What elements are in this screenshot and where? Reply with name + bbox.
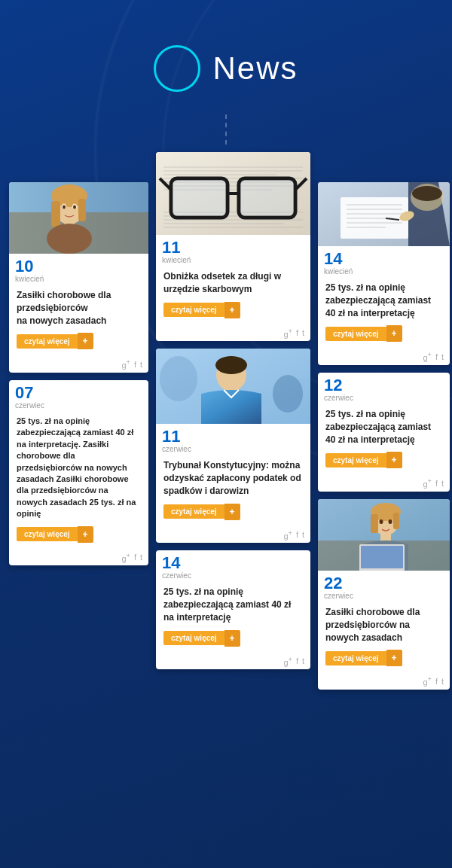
facebook-icon[interactable]: f (435, 677, 438, 686)
card-7-title: 25 tys. zł na opinię zabezpieczającą zam… (163, 586, 303, 623)
card-1-date: 10 kwiecień (9, 254, 148, 285)
card-4-body: 25 tys. zł na opinię zabezpieczającą zam… (9, 411, 148, 549)
google-plus-icon[interactable]: g+ (283, 529, 292, 541)
svg-point-35 (160, 356, 197, 401)
connector-line (225, 114, 227, 145)
card-5-date: 11 czerwiec (156, 424, 310, 455)
card-4: 07 czerwiec 25 tys. zł na opinię zabezpi… (9, 380, 148, 565)
card-6-title: 25 tys. zł na opinię zabezpieczającą zam… (325, 408, 442, 446)
facebook-icon[interactable]: f (134, 360, 136, 369)
card-1: 10 kwiecień Zasiłki chorobowe dla przeds… (9, 182, 148, 373)
twitter-icon[interactable]: t (302, 530, 304, 539)
right-column: 14 kwiecień 25 tys. zł na opinię zabezpi… (318, 152, 450, 690)
facebook-icon[interactable]: f (296, 530, 298, 539)
facebook-icon[interactable]: f (296, 328, 298, 337)
card-3-date: 14 kwiecień (318, 246, 450, 277)
svg-point-10 (63, 206, 66, 209)
google-plus-icon[interactable]: g+ (121, 552, 130, 563)
middle-column: 11 kwiecień Obniżka odsetek za długi w u… (156, 152, 310, 669)
card-6-date: 12 czerwiec (318, 373, 450, 404)
page-title: News (212, 50, 298, 87)
twitter-icon[interactable]: t (140, 553, 142, 562)
facebook-icon[interactable]: f (296, 656, 298, 665)
twitter-icon[interactable]: t (441, 479, 444, 488)
card-7-read-more[interactable]: czytaj więcej + (163, 630, 240, 647)
svg-rect-5 (78, 199, 86, 221)
facebook-icon[interactable]: f (134, 553, 136, 562)
card-2-body: Obniżka odsetek za długi w urzędzie skar… (156, 266, 310, 324)
facebook-icon[interactable]: f (435, 352, 438, 361)
card-8-body: Zasiłki chorobowe dla przedsiębiorców na… (318, 602, 450, 672)
svg-rect-31 (240, 180, 294, 216)
svg-point-34 (215, 356, 247, 374)
header-section: News (0, 0, 452, 114)
card-7-body: 25 tys. zł na opinię zabezpieczającą zam… (156, 581, 310, 652)
card-7: 14 czerwiec 25 tys. zł na opinię zabezpi… (156, 550, 310, 669)
card-4-date: 07 czerwiec (9, 380, 148, 411)
card-8-socials: g+ f t (318, 672, 450, 690)
card-8-title: Zasiłki chorobowe dla przedsiębiorców na… (325, 606, 442, 644)
google-plus-icon[interactable]: g+ (423, 477, 431, 489)
card-4-socials: g+ f t (9, 549, 148, 566)
twitter-icon[interactable]: t (302, 656, 304, 665)
card-5: 11 czerwiec Trybunał Konstytucyjny: możn… (156, 349, 310, 543)
facebook-icon[interactable]: f (435, 479, 438, 488)
twitter-icon[interactable]: t (140, 360, 142, 369)
card-3-body: 25 tys. zł na opinię zabezpieczającą zam… (318, 277, 450, 348)
card-2-photo (156, 152, 310, 235)
card-8-photo (318, 499, 450, 571)
google-plus-icon[interactable]: g+ (283, 656, 292, 667)
svg-point-59 (389, 519, 392, 524)
card-1-socials: g+ f t (9, 355, 148, 373)
card-2-title: Obniżka odsetek za długi w urzędzie skar… (163, 270, 303, 296)
card-1-title: Zasiłki chorobowe dla przedsiębiorcówna … (17, 289, 141, 327)
card-8-date: 22 czerwiec (318, 571, 450, 602)
twitter-icon[interactable]: t (302, 328, 304, 337)
card-2-read-more[interactable]: czytaj więcej + (163, 302, 240, 318)
card-1-body: Zasiłki chorobowe dla przedsiębiorcówna … (9, 285, 148, 355)
card-6: 12 czerwiec 25 tys. zł na opinię zabezpi… (318, 373, 450, 492)
card-5-title: Trybunał Konstytucyjny: można odzyskać z… (163, 459, 303, 497)
left-column: 10 kwiecień Zasiłki chorobowe dla przeds… (9, 152, 148, 565)
svg-point-7 (47, 224, 92, 254)
card-2-socials: g+ f t (156, 324, 310, 342)
card-7-date: 14 czerwiec (156, 550, 310, 581)
header-logo-circle (154, 45, 200, 92)
card-3-photo (318, 182, 450, 246)
card-3-read-more[interactable]: czytaj więcej + (325, 325, 402, 342)
card-6-body: 25 tys. zł na opinię zabezpieczającą zam… (318, 404, 450, 474)
twitter-icon[interactable]: t (441, 352, 444, 361)
google-plus-icon[interactable]: g+ (283, 327, 292, 339)
svg-rect-57 (361, 546, 403, 568)
card-6-read-more[interactable]: czytaj więcej + (325, 452, 402, 468)
card-8-read-more[interactable]: czytaj więcej + (325, 650, 402, 666)
card-5-socials: g+ f t (156, 526, 310, 544)
svg-point-58 (380, 519, 383, 524)
card-3-socials: g+ f t (318, 348, 450, 365)
svg-point-48 (412, 186, 442, 201)
svg-point-36 (273, 375, 303, 413)
card-5-photo (156, 349, 310, 424)
card-3: 14 kwiecień 25 tys. zł na opinię zabezpi… (318, 182, 450, 365)
card-4-title: 25 tys. zł na opinię zabezpieczającą zam… (17, 416, 141, 520)
google-plus-icon[interactable]: g+ (423, 351, 431, 362)
card-3-title: 25 tys. zł na opinię zabezpieczającą zam… (325, 282, 442, 319)
card-1-read-more[interactable]: czytaj więcej + (17, 333, 93, 349)
card-8: 22 czerwiec Zasiłki chorobowe dla przeds… (318, 499, 450, 690)
google-plus-icon[interactable]: g+ (423, 675, 431, 687)
card-2-date: 11 kwiecień (156, 235, 310, 266)
card-1-photo (9, 182, 148, 254)
svg-rect-4 (51, 201, 60, 227)
card-5-read-more[interactable]: czytaj więcej + (163, 504, 240, 520)
card-7-socials: g+ f t (156, 653, 310, 670)
card-6-socials: g+ f t (318, 474, 450, 492)
svg-rect-53 (371, 514, 378, 533)
card-2: 11 kwiecień Obniżka odsetek za długi w u… (156, 152, 310, 341)
google-plus-icon[interactable]: g+ (121, 358, 130, 370)
card-4-read-more[interactable]: czytaj więcej + (17, 526, 93, 543)
svg-point-11 (73, 206, 76, 209)
card-5-body: Trybunał Konstytucyjny: można odzyskać z… (156, 455, 310, 525)
svg-rect-54 (393, 513, 399, 529)
svg-rect-30 (173, 180, 226, 216)
twitter-icon[interactable]: t (441, 677, 444, 686)
